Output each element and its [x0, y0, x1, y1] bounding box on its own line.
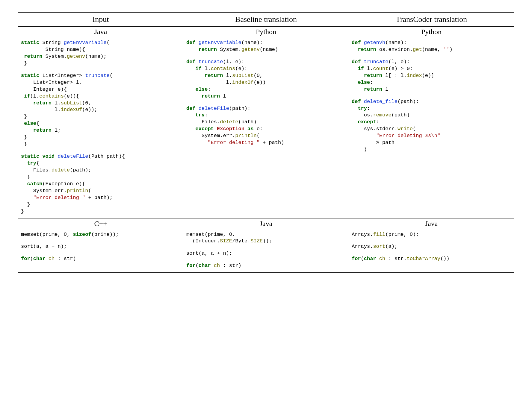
header-baseline: Baseline translation: [183, 13, 349, 26]
rule-bottom: [18, 272, 514, 273]
section2-lang-row: C++ Java Java: [18, 218, 514, 230]
section1-body: static String getEnvVariable( String nam…: [18, 38, 514, 218]
col-input-s1: static String getEnvVariable( String nam…: [18, 38, 183, 218]
code-sort-base: sort(a, a + n);: [186, 250, 346, 257]
lang-python-tc: Python: [349, 27, 514, 38]
lang-cpp: C++: [18, 218, 183, 230]
section2-body: memset(prime, 0, sizeof(prime)); sort(a,…: [18, 230, 514, 273]
code-for-base: for(char ch : str): [186, 262, 346, 269]
col-tc-s2: Arrays.fill(prime, 0); Arrays.sort(a); f…: [349, 230, 514, 273]
section1-lang-row: Java Python Python: [18, 27, 514, 38]
code-for-cpp: for(char ch : str): [21, 256, 180, 262]
lang-python-baseline: Python: [183, 27, 349, 38]
code-for-tc: for(char ch : str.toCharArray()): [352, 256, 511, 262]
code-memset-tc: Arrays.fill(prime, 0);: [352, 231, 511, 238]
code-del-java: static void deleteFile(Path path){ try{ …: [21, 153, 180, 215]
col-tc-s1: def getenvh(name): return os.environ.get…: [349, 38, 514, 218]
col-input-s2: memset(prime, 0, sizeof(prime)); sort(a,…: [18, 230, 183, 273]
header-input: Input: [18, 13, 183, 26]
code-del-tc: def delete_file(path): try: os.remove(pa…: [352, 98, 511, 154]
code-trunc-base: def truncate(l, e): if l.contains(e): re…: [186, 59, 346, 100]
code-sort-cpp: sort(a, a + n);: [21, 243, 180, 250]
header-transcoder: TransCoder translation: [349, 13, 514, 26]
code-memset-base: memset(prime, 0, (Integer.SIZE/Byte.SIZE…: [186, 231, 346, 245]
comparison-table: Input Baseline translation TransCoder tr…: [18, 12, 514, 273]
code-env-base: def getEnvVariable(name): return System.…: [186, 40, 346, 53]
lang-java-baseline: Java: [183, 218, 349, 230]
code-del-base: def deleteFile(path): try: Files.delete(…: [186, 105, 346, 147]
code-sort-tc: Arrays.sort(a);: [352, 243, 511, 250]
code-env-tc: def getenvh(name): return os.environ.get…: [352, 40, 511, 53]
lang-java: Java: [18, 27, 183, 38]
code-env-java: static String getEnvVariable( String nam…: [21, 40, 180, 67]
lang-java-tc: Java: [349, 218, 514, 230]
header-row: Input Baseline translation TransCoder tr…: [18, 13, 514, 26]
col-baseline-s1: def getEnvVariable(name): return System.…: [183, 38, 349, 218]
code-trunc-tc: def truncate(l, e): if l.count(e) > 0: r…: [352, 59, 511, 93]
code-memset-cpp: memset(prime, 0, sizeof(prime));: [21, 231, 180, 238]
col-baseline-s2: memset(prime, 0, (Integer.SIZE/Byte.SIZE…: [183, 230, 349, 273]
code-trunc-java: static List<Integer> truncate( List<Inte…: [21, 72, 180, 148]
